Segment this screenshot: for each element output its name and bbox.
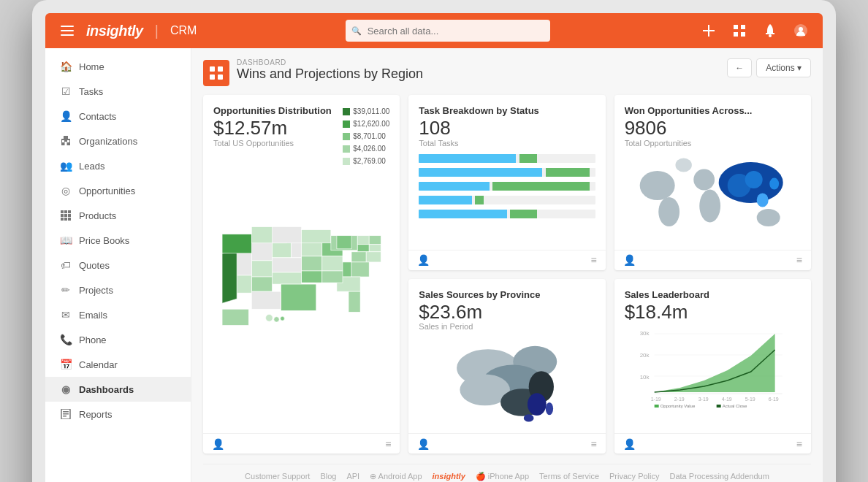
notifications-icon[interactable] [760,20,780,41]
bar-green-5 [510,210,536,218]
footer-customer-support[interactable]: Customer Support [245,472,310,481]
back-button[interactable]: ← [727,58,752,77]
sidebar-item-organizations[interactable]: Organizations [45,129,191,153]
svg-rect-28 [63,413,69,415]
footer-blog[interactable]: Blog [320,472,336,481]
sidebar-item-quotes[interactable]: 🏷 Quotes [45,253,191,278]
svg-point-9 [769,34,772,37]
sidebar-item-reports[interactable]: Reports [45,402,191,426]
legend-label-4: $4,026.00 [353,142,386,155]
sidebar-item-contacts[interactable]: 👤 Contacts [45,104,191,129]
sidebar-item-phone[interactable]: 📞 Phone [45,327,191,352]
bar-blue-5 [419,210,507,218]
world-map [625,153,801,241]
footer-privacy[interactable]: Privacy Policy [609,472,659,481]
svg-text:10k: 10k [639,374,650,380]
legend-dot-1 [343,108,350,115]
sales-footer-person-icon: 👤 [417,438,430,450]
sidebar-label-opportunities: Opportunities [79,185,135,196]
svg-rect-43 [349,291,360,312]
leaderboard-footer-list-icon: ≡ [796,438,802,450]
legend-label-5: $2,769.00 [353,155,386,167]
footer-android[interactable]: ⊕ Android App [370,472,422,481]
svg-rect-49 [322,271,343,283]
won-title: Won Opportunities Across... [625,105,801,116]
bar-track-2 [419,168,595,177]
footer-api[interactable]: API [346,472,359,481]
card-leaderboard: Sales Leaderboard $18.4m 30k 20k 10k [614,279,811,454]
sidebar-label-quotes: Quotes [79,260,110,271]
menu-icon[interactable] [57,20,77,41]
card-sales-sources: Sales Sources by Province $23.6m Sales i… [408,279,605,454]
svg-rect-20 [61,214,64,217]
sidebar-label-leads: Leads [79,161,104,172]
add-icon[interactable] [698,20,719,41]
sidebar-item-price-books[interactable]: 📖 Price Books [45,228,191,253]
quotes-icon: 🏷 [60,259,72,271]
top-navigation: insightly | CRM [45,13,823,48]
svg-rect-27 [63,411,69,413]
breadcrumb-text: DASHBOARD Wins and Projections by Region [237,58,423,82]
breadcrumb-left: DASHBOARD Wins and Projections by Region [203,58,423,86]
sidebar-label-home: Home [79,61,104,72]
products-icon [60,210,72,221]
sidebar-item-leads[interactable]: 👥 Leads [45,153,191,178]
grid-icon[interactable] [729,20,750,41]
svg-point-70 [274,317,279,322]
sidebar-item-opportunities[interactable]: ◎ Opportunities [45,178,191,203]
footer-iphone[interactable]: 🍎 iPhone App [476,472,529,481]
svg-point-82 [756,193,768,207]
home-icon: 🏠 [60,61,72,72]
bar-track-3 [419,182,595,191]
sidebar-item-products[interactable]: Products [45,203,191,228]
tasks-footer-list-icon: ≡ [590,254,596,266]
opp-text: Opportunities Distribution $12.57m Total… [213,105,332,153]
svg-rect-1 [61,30,74,31]
us-map [213,172,389,376]
sidebar-item-emails[interactable]: ✉ Emails [45,302,191,327]
emails-icon: ✉ [60,309,72,321]
svg-rect-23 [61,218,64,221]
svg-point-90 [524,414,534,421]
sidebar-label-reports: Reports [79,409,113,420]
leaderboard-footer-person-icon: 👤 [623,438,636,450]
sidebar-item-home[interactable]: 🏠 Home [45,54,191,79]
organizations-icon [60,135,72,147]
bar-blue-3 [419,182,490,191]
phone-icon: 📞 [60,334,72,345]
svg-text:6-19: 6-19 [768,397,778,402]
svg-rect-108 [716,405,720,408]
svg-rect-38 [351,252,366,262]
price-books-icon: 📖 [60,234,72,246]
footer-terms[interactable]: Terms of Service [539,472,599,481]
user-avatar-icon[interactable] [791,20,811,41]
sidebar-item-dashboards[interactable]: ◉ Dashboards [45,377,191,402]
footer-data-processing[interactable]: Data Processing Addendum [670,472,769,481]
sidebar-item-tasks[interactable]: ☑ Tasks [45,79,191,104]
sidebar-item-projects[interactable]: ✏ Projects [45,278,191,302]
opp-subtitle: Total US Opportunities [213,139,332,148]
svg-text:3-19: 3-19 [698,397,708,402]
won-footer-list-icon: ≡ [796,254,802,266]
svg-rect-55 [251,242,272,261]
bar-green-3 [492,182,590,191]
card-tasks: Task Breakdown by Status 108 Total Tasks [408,95,605,270]
svg-point-72 [639,171,674,200]
svg-point-81 [769,177,779,189]
sidebar-label-price-books: Price Books [79,235,129,246]
actions-button[interactable]: Actions ▾ [756,58,811,77]
svg-rect-106 [654,405,658,408]
bar-track-5 [419,210,595,218]
tasks-card-footer: 👤 ≡ [408,250,605,270]
won-card-footer: 👤 ≡ [614,250,811,270]
svg-rect-19 [68,210,71,213]
leaderboard-number: $18.4m [625,302,801,323]
svg-rect-30 [210,66,215,72]
search-input[interactable] [346,20,550,42]
search-bar[interactable] [220,20,675,42]
dashboards-icon: ◉ [60,383,72,395]
svg-rect-51 [292,242,302,258]
bar-green-1 [519,154,537,163]
sidebar-item-calendar[interactable]: 📅 Calendar [45,352,191,377]
tasks-title: Task Breakdown by Status [419,105,595,116]
